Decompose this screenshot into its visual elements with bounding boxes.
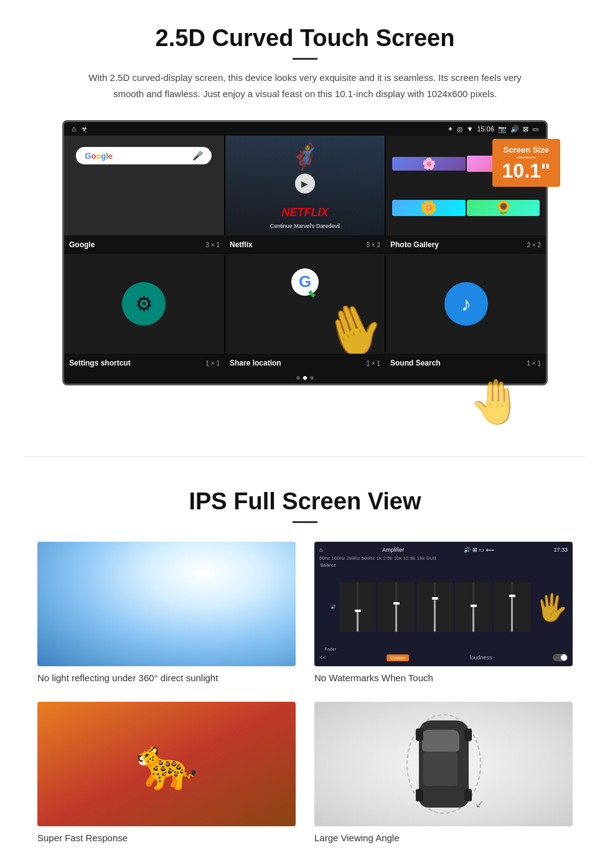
app-label-settings: Settings shortcut 1 × 1 — [64, 356, 225, 370]
settings-app-size: 1 × 1 — [205, 360, 220, 367]
amp-bottom: << Custom loudness — [319, 654, 568, 661]
window-icon: ▭ — [532, 125, 538, 133]
gallery-app-size: 2 × 2 — [527, 242, 541, 248]
amp-icons: 🔊 ⊠ ▭ ⟵ — [464, 547, 494, 553]
app-label-sound: Sound Search 1 × 1 — [385, 356, 546, 370]
share-app-name: Share location — [230, 359, 281, 367]
gallery-app-name: Photo Gallery — [390, 240, 439, 249]
feature-caption-car: Large Viewing Angle — [314, 833, 573, 843]
app-cell-netflix[interactable]: 🦸 ▶ NETFLIX Continue Marvel's Daredevil — [225, 136, 385, 235]
app-label-gallery: Photo Gallery 2 × 2 — [385, 238, 546, 252]
gear-icon: ⚙ — [135, 292, 153, 316]
close-icon: ⊠ — [523, 125, 528, 133]
badge-size: 10.1" — [502, 159, 550, 182]
badge-label: Screen Size — [502, 145, 550, 154]
dot-1[interactable] — [296, 376, 300, 380]
section2-title-divider — [293, 521, 317, 523]
dot-2[interactable] — [303, 376, 307, 380]
feature-caption-cheetah: Super Fast Response — [37, 833, 296, 843]
app-cell-sound-search[interactable]: ♪ — [386, 254, 546, 354]
settings-app-name: Settings shortcut — [69, 359, 131, 367]
screen-size-badge: Screen Size 10.1" — [492, 139, 560, 187]
amp-loudness-label: loudness — [470, 654, 492, 661]
app-grid-row1: Google 🎤 🦸 ▶ NETFLIX Continue Marvel's D… — [64, 136, 546, 235]
amp-fader-label: Fader — [319, 647, 336, 651]
car-windshield — [422, 730, 459, 752]
photo-thumb-1: 🌸 — [392, 157, 465, 171]
app-cell-share-location[interactable]: G 🤚 — [225, 254, 385, 354]
car-wheel-front-right — [464, 729, 472, 741]
usb-icon: ☣ — [81, 125, 88, 133]
touch-hand-icon: 🤚 — [469, 377, 523, 426]
section1-description: With 2.5D curved-display screen, this de… — [87, 70, 523, 101]
music-note-icon: ♪ — [461, 293, 471, 316]
settings-icon-circle: ⚙ — [122, 282, 166, 326]
wifi-icon: ▼ — [467, 125, 474, 133]
feature-img-cheetah: 🐆 — [37, 702, 296, 826]
app-cell-settings[interactable]: ⚙ — [64, 254, 224, 354]
amp-time: 17:33 — [553, 547, 568, 553]
netflix-app-size: 3 × 2 — [366, 242, 380, 248]
google-app-name: Google — [69, 240, 95, 249]
amp-custom-button[interactable]: Custom — [387, 654, 409, 661]
feature-grid: No light reflecting under 360° direct su… — [37, 542, 573, 843]
app-grid-row2: ⚙ G 🤚 ♪ — [64, 254, 546, 354]
amp-balance-label: Balance — [319, 563, 336, 567]
title-divider — [293, 58, 317, 60]
amp-top-bar: ⌂ Amplifier 🔊 ⊠ ▭ ⟵ 17:33 — [319, 547, 568, 553]
feature-amplifier: ⌂ Amplifier 🔊 ⊠ ▭ ⟵ 17:33 60hz 100hz 200… — [314, 542, 573, 683]
amp-speaker-icon: 🔊 — [319, 605, 336, 610]
maps-icon: G — [289, 267, 321, 311]
section-curved-touch: 2.5D Curved Touch Screen With 2.5D curve… — [0, 0, 610, 444]
feature-car: ↙ Large Viewing Angle — [314, 702, 573, 843]
angle-arrow-icon: ↙ — [475, 797, 484, 811]
hand-pointer-icon: 🤚 — [314, 293, 385, 354]
google-search-bar[interactable]: Google 🎤 — [76, 147, 212, 164]
home-icon: ⌂ — [72, 125, 76, 133]
car-wheel-front-left — [416, 729, 423, 741]
bluetooth-icon: ✴ — [448, 125, 453, 133]
section1-title: 2.5D Curved Touch Screen — [37, 25, 573, 52]
app-label-netflix: Netflix 3 × 2 — [225, 238, 385, 252]
photo-thumb-4: 🌻 — [467, 200, 540, 216]
play-button[interactable]: ▶ — [295, 174, 315, 194]
dot-3[interactable] — [310, 376, 314, 380]
app-label-share: Share location 1 × 1 — [225, 356, 385, 370]
camera-icon: 📷 — [498, 125, 507, 133]
netflix-logo: NETFLIX — [232, 206, 379, 219]
feature-img-amplifier: ⌂ Amplifier 🔊 ⊠ ▭ ⟵ 17:33 60hz 100hz 200… — [314, 542, 573, 666]
car-wheel-rear-right — [464, 789, 472, 801]
google-logo: Google — [85, 151, 113, 161]
feature-caption-amplifier: No Watermarks When Touch — [314, 672, 573, 683]
location-icon: ◎ — [457, 125, 463, 133]
photo-thumb-3: 🌼 — [392, 200, 465, 216]
amp-home-icon: ⌂ — [319, 547, 322, 553]
feature-img-car: ↙ — [314, 702, 573, 826]
svg-text:G: G — [299, 272, 311, 291]
app-cell-google[interactable]: Google 🎤 — [64, 136, 224, 235]
app-labels-row1: Google 3 × 1 Netflix 3 × 2 Photo Gallery… — [64, 235, 546, 254]
status-bar: ⌂ ☣ ✴ ◎ ▼ 15:06 📷 🔊 ⊠ ▭ — [64, 122, 546, 136]
amp-loudness-toggle[interactable] — [553, 654, 568, 661]
feature-caption-sunlight: No light reflecting under 360° direct su… — [37, 672, 296, 683]
google-app-size: 3 × 1 — [205, 242, 220, 248]
sound-app-size: 1 × 1 — [527, 360, 541, 367]
section-ips-view: IPS Full Screen View No light reflecting… — [0, 469, 610, 868]
amp-left-icon: << — [319, 654, 326, 661]
cheetah-icon: 🐆 — [136, 735, 198, 793]
car-roof — [423, 752, 458, 786]
feature-img-sunlight — [37, 542, 296, 666]
amp-title: Amplifier — [382, 547, 404, 553]
flower-icon: 🌸 — [422, 157, 436, 171]
status-right: ✴ ◎ ▼ 15:06 📷 🔊 ⊠ ▭ — [448, 125, 538, 133]
daredevil-figure: 🦸 — [289, 142, 321, 171]
car-wheel-rear-left — [416, 789, 423, 801]
netflix-subtitle: Continue Marvel's Daredevil — [270, 223, 340, 229]
music-icon-circle: ♪ — [444, 282, 488, 326]
netflix-app-name: Netflix — [230, 240, 253, 249]
device-screen: ⌂ ☣ ✴ ◎ ▼ 15:06 📷 🔊 ⊠ ▭ — [62, 120, 548, 385]
car-top-view — [416, 717, 472, 811]
share-app-size: 1 × 1 — [366, 360, 380, 367]
feature-sunlight: No light reflecting under 360° direct su… — [37, 542, 296, 683]
app-label-google: Google 3 × 1 — [64, 238, 225, 252]
